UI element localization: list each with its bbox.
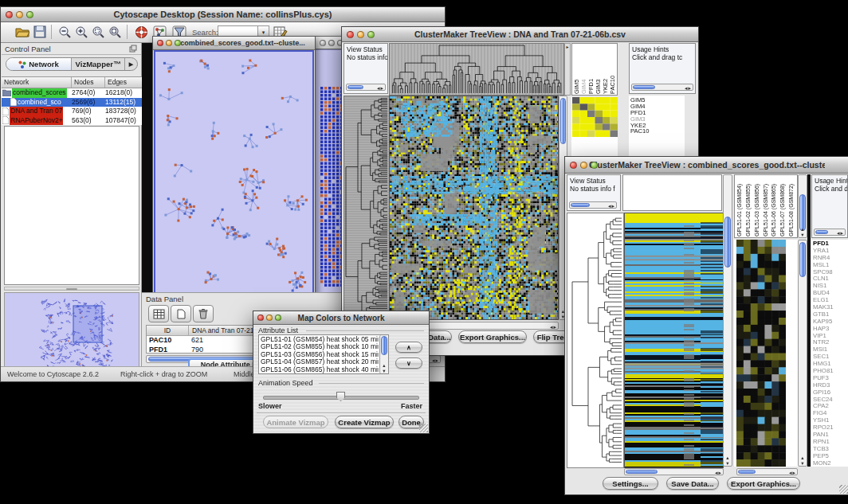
tv2-settings-button[interactable]: Settings... [603,477,658,490]
attribute-list-item[interactable]: GPL51-01 (GSM854) heat shock 05 min [259,336,379,343]
move-down-button[interactable]: ∨ [395,357,422,369]
gene-item[interactable]: NTR2 [813,339,848,346]
gene-item[interactable]: GTB1 [813,311,848,318]
delete-attribute-button[interactable] [193,305,214,322]
birdseye-canvas[interactable] [5,293,139,372]
attribute-list-item[interactable]: GPL51-02 (GSM855) heat shock 10 min [259,343,379,350]
tv2-heatmap-hscrollbar[interactable]: ◂▸ [624,468,724,475]
dialog-titlebar[interactable]: Map Colors to Network [253,311,429,325]
tv2-export-graphics-button[interactable]: Export Graphics... [727,477,800,490]
tv2-labels-scrollbar[interactable]: ▴▾ [798,174,807,238]
gene-item[interactable]: VIP1 [813,333,848,340]
gene-item[interactable]: PFD1 [813,240,848,248]
gene-item[interactable]: PEP5 [813,453,848,460]
tv2-heatmap[interactable] [624,213,724,468]
tv2-col-label[interactable]: GPL51-04 (GSM857) [762,176,771,236]
network-list-empty-area[interactable] [4,126,139,285]
minimize-button[interactable] [16,11,23,18]
gene-item[interactable]: FIG4 [813,410,848,417]
network-table-header[interactable]: Network Nodes Edges [2,76,142,88]
attribute-list-item[interactable]: GPL51-06 (GSM865) heat shock 40 min [259,366,379,373]
tv1-col-label[interactable]: GIM4 [580,45,587,94]
tv2-detail-heatmap[interactable] [736,240,786,467]
attribute-list-item[interactable]: GPL51-07 (GSM868) heat shock 60 min [259,373,379,374]
gene-item[interactable]: HMG1 [813,361,848,368]
panel-splitter[interactable] [4,287,139,291]
animate-vizmap-button[interactable]: Animate Vizmap [263,416,328,428]
gene-item[interactable]: CLN1 [813,275,848,283]
gene-item[interactable]: MAK31 [813,304,848,311]
zoom-button[interactable] [26,11,33,18]
tv1-col-label[interactable]: YKE2 [602,45,609,94]
gene-item[interactable]: PUF3 [813,375,848,382]
close-button[interactable] [157,40,163,46]
open-file-icon[interactable] [15,25,29,38]
gene-item[interactable]: PHO81 [813,368,848,375]
tv2-column-labels[interactable]: GPL51-01 (GSM854) GPL51-02 (GSM855) GPL5… [734,174,798,238]
tv2-col-label[interactable]: GPL51-02 (GSM855) [744,176,753,236]
attribute-listbox[interactable]: GPL51-01 (GSM854) heat shock 05 minGPL51… [258,334,389,374]
gene-item[interactable]: MSL1 [813,262,848,269]
tv2-genelist-scrollbar[interactable]: ▴▾ [798,240,807,467]
gene-item[interactable]: TCB3 [813,446,848,453]
animation-slider[interactable] [263,392,419,401]
tv1-status-scrollbar[interactable]: ◂▸ [346,84,386,91]
gene-item[interactable]: CPA2 [813,403,848,410]
network-row-selected[interactable]: combined_sco 2569(6) 13112(15) [2,98,142,107]
tv1-column-labels[interactable]: GIM5 GIM4 PFD1 GIM3 YKE2 PAC10 [571,43,618,96]
tv1-row-dendrogram[interactable] [344,96,390,320]
move-up-button[interactable]: ∧ [395,342,422,353]
float-panel-icon[interactable] [129,45,137,53]
gene-item[interactable]: KAP95 [813,318,848,326]
new-attribute-button[interactable] [171,305,191,322]
close-button[interactable] [320,40,326,46]
gene-item[interactable]: GIM4 [630,104,685,110]
zoom-in-icon[interactable] [75,25,88,39]
tv2-col-label[interactable]: GPL51-03 (GSM856) [753,176,762,236]
gene-item[interactable]: YSH1 [813,417,848,424]
gene-item[interactable]: NIS1 [813,283,848,290]
gene-item[interactable]: GIM5 [630,97,685,104]
gene-item[interactable]: BUD4 [813,290,848,297]
minimize-button[interactable] [328,40,335,46]
minimize-button[interactable] [580,162,587,169]
gene-item[interactable]: YKE2 [630,123,685,129]
tv2-usage-scrollbar[interactable]: ◂▸ [814,229,846,236]
tv1-col-label[interactable]: GIM5 [573,45,580,94]
tv1-export-graphics-button[interactable]: Export Graphics... [458,330,527,343]
tv1-usage-scrollbar[interactable]: ◂▸ [631,84,693,91]
minimize-button[interactable] [166,40,172,46]
zoom-button[interactable] [367,31,375,38]
help-lifering-icon[interactable] [135,25,148,39]
close-button[interactable] [570,162,577,169]
attribute-select-button[interactable] [148,305,169,322]
close-button[interactable] [6,11,13,18]
gene-item[interactable]: SEC1 [813,354,848,361]
gene-item[interactable]: GIM3 [630,116,685,123]
tv1-col-label[interactable]: GIM3 [595,45,602,94]
main-titlebar[interactable]: Cytoscape Desktop (Session Name: collins… [1,7,445,22]
gene-item[interactable]: YRA1 [813,248,848,255]
zoom-button[interactable] [175,40,181,46]
tv2-detail-hscrollbar[interactable]: ◂▸ [736,468,798,475]
resize-grip[interactable] [839,485,848,494]
zoom-button[interactable] [275,315,281,321]
gene-item[interactable]: MSI1 [813,346,848,354]
treeview-dna-titlebar[interactable]: ClusterMaker TreeView : DNA and Tran 07-… [342,27,698,42]
network-row-combined-scores[interactable]: combined_scores 2764(0) 16218(0) [2,88,142,98]
gene-item[interactable]: GPI16 [813,389,848,397]
birdseye-view[interactable] [4,292,139,373]
save-icon[interactable] [33,25,46,38]
attribute-list-scrollbar[interactable]: ▴▾ [379,335,388,373]
gene-item[interactable]: PAC10 [630,128,685,135]
attribute-list-item[interactable]: GPL51-04 (GSM857) heat shock 20 min [259,358,379,365]
tab-vizmapper[interactable]: VizMapper™ [72,58,125,70]
network-row-dna[interactable]: DNA and Tran 07 769(0) 183728(0) [2,107,142,116]
gene-item[interactable]: RPN1 [813,439,848,446]
zoom-fit-icon[interactable] [108,25,122,39]
close-button[interactable] [257,315,264,321]
zoom-button[interactable] [591,162,598,169]
close-button[interactable] [347,31,354,38]
tv2-col-label[interactable]: GPL51-06 (GSM865) [770,176,779,236]
gene-item[interactable]: MON2 [813,460,848,467]
